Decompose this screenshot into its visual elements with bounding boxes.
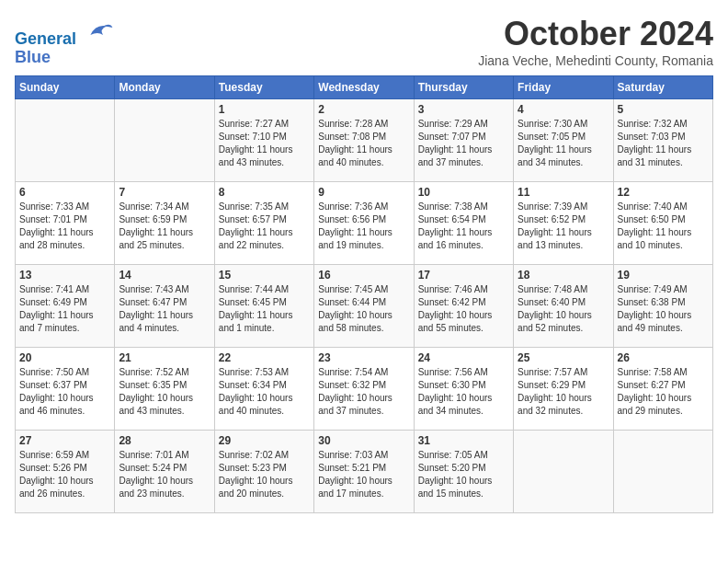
day-info: Sunrise: 7:02 AM Sunset: 5:23 PM Dayligh…: [219, 449, 310, 500]
day-info: Sunrise: 7:35 AM Sunset: 6:57 PM Dayligh…: [219, 201, 310, 252]
day-info: Sunrise: 7:46 AM Sunset: 6:42 PM Dayligh…: [418, 283, 509, 335]
day-info: Sunrise: 7:03 AM Sunset: 5:21 PM Dayligh…: [318, 449, 409, 500]
title-block: October 2024 Jiana Veche, Mehedinti Coun…: [478, 15, 713, 68]
calendar-cell: 30Sunrise: 7:03 AM Sunset: 5:21 PM Dayli…: [314, 431, 414, 513]
calendar-cell: [613, 431, 712, 513]
calendar-cell: 24Sunrise: 7:56 AM Sunset: 6:30 PM Dayli…: [414, 348, 513, 431]
day-info: Sunrise: 7:56 AM Sunset: 6:30 PM Dayligh…: [418, 366, 509, 418]
day-info: Sunrise: 7:57 AM Sunset: 6:29 PM Dayligh…: [518, 366, 609, 418]
calendar-cell: 10Sunrise: 7:38 AM Sunset: 6:54 PM Dayli…: [414, 182, 513, 265]
day-info: Sunrise: 7:58 AM Sunset: 6:27 PM Dayligh…: [618, 366, 709, 418]
calendar-cell: 11Sunrise: 7:39 AM Sunset: 6:52 PM Dayli…: [514, 182, 613, 265]
day-number: 8: [219, 186, 310, 199]
calendar-cell: 7Sunrise: 7:34 AM Sunset: 6:59 PM Daylig…: [115, 182, 214, 265]
calendar-cell: 12Sunrise: 7:40 AM Sunset: 6:50 PM Dayli…: [613, 182, 712, 265]
calendar-cell: [514, 431, 613, 513]
day-number: 7: [119, 186, 210, 199]
day-number: 12: [618, 186, 709, 199]
day-info: Sunrise: 7:38 AM Sunset: 6:54 PM Dayligh…: [418, 201, 509, 252]
day-info: Sunrise: 7:54 AM Sunset: 6:32 PM Dayligh…: [318, 366, 409, 418]
day-number: 17: [418, 269, 509, 282]
calendar-week-row: 20Sunrise: 7:50 AM Sunset: 6:37 PM Dayli…: [16, 348, 713, 431]
day-info: Sunrise: 7:34 AM Sunset: 6:59 PM Dayligh…: [119, 201, 210, 252]
day-number: 2: [318, 103, 409, 116]
logo-bird-icon: [85, 18, 114, 44]
calendar-cell: 29Sunrise: 7:02 AM Sunset: 5:23 PM Dayli…: [214, 431, 313, 513]
day-number: 1: [219, 103, 310, 116]
day-number: 5: [618, 103, 709, 116]
calendar-cell: [16, 99, 115, 182]
calendar-cell: 17Sunrise: 7:46 AM Sunset: 6:42 PM Dayli…: [414, 265, 513, 348]
day-number: 16: [318, 269, 409, 282]
calendar-cell: 19Sunrise: 7:49 AM Sunset: 6:38 PM Dayli…: [613, 265, 712, 348]
day-number: 13: [19, 269, 110, 282]
calendar-cell: 14Sunrise: 7:43 AM Sunset: 6:47 PM Dayli…: [115, 265, 214, 348]
calendar-header-monday: Monday: [115, 76, 214, 99]
day-info: Sunrise: 7:45 AM Sunset: 6:44 PM Dayligh…: [318, 283, 409, 335]
calendar-cell: 6Sunrise: 7:33 AM Sunset: 7:01 PM Daylig…: [16, 182, 115, 265]
calendar-cell: [115, 99, 214, 182]
calendar-cell: 27Sunrise: 6:59 AM Sunset: 5:26 PM Dayli…: [16, 431, 115, 513]
location-text: Jiana Veche, Mehedinti County, Romania: [478, 53, 713, 68]
calendar-header-friday: Friday: [514, 76, 613, 99]
day-info: Sunrise: 7:39 AM Sunset: 6:52 PM Dayligh…: [518, 201, 609, 252]
day-info: Sunrise: 7:01 AM Sunset: 5:24 PM Dayligh…: [119, 449, 210, 500]
calendar-week-row: 1Sunrise: 7:27 AM Sunset: 7:10 PM Daylig…: [16, 99, 713, 182]
calendar-header-saturday: Saturday: [613, 76, 712, 99]
day-number: 31: [418, 434, 509, 447]
day-info: Sunrise: 7:32 AM Sunset: 7:03 PM Dayligh…: [618, 118, 709, 169]
day-number: 29: [219, 434, 310, 447]
day-number: 4: [518, 103, 609, 116]
day-info: Sunrise: 7:49 AM Sunset: 6:38 PM Dayligh…: [618, 283, 709, 335]
calendar-cell: 4Sunrise: 7:30 AM Sunset: 7:05 PM Daylig…: [514, 99, 613, 182]
calendar-cell: 21Sunrise: 7:52 AM Sunset: 6:35 PM Dayli…: [115, 348, 214, 431]
calendar-header-thursday: Thursday: [414, 76, 513, 99]
day-info: Sunrise: 6:59 AM Sunset: 5:26 PM Dayligh…: [19, 449, 110, 500]
calendar-header-wednesday: Wednesday: [314, 76, 414, 99]
day-number: 23: [318, 351, 409, 364]
day-info: Sunrise: 7:30 AM Sunset: 7:05 PM Dayligh…: [518, 118, 609, 169]
page-header: General Blue October 2024 Jiana Veche, M…: [15, 15, 713, 68]
day-number: 6: [19, 186, 110, 199]
day-number: 20: [19, 351, 110, 364]
day-info: Sunrise: 7:05 AM Sunset: 5:20 PM Dayligh…: [418, 449, 509, 500]
day-number: 19: [618, 269, 709, 282]
calendar-cell: 15Sunrise: 7:44 AM Sunset: 6:45 PM Dayli…: [214, 265, 313, 348]
day-number: 9: [318, 186, 409, 199]
calendar-cell: 31Sunrise: 7:05 AM Sunset: 5:20 PM Dayli…: [414, 431, 513, 513]
calendar-cell: 3Sunrise: 7:29 AM Sunset: 7:07 PM Daylig…: [414, 99, 513, 182]
day-info: Sunrise: 7:29 AM Sunset: 7:07 PM Dayligh…: [418, 118, 509, 169]
logo: General Blue: [15, 18, 114, 67]
calendar-cell: 20Sunrise: 7:50 AM Sunset: 6:37 PM Dayli…: [16, 348, 115, 431]
day-info: Sunrise: 7:43 AM Sunset: 6:47 PM Dayligh…: [119, 283, 210, 335]
day-info: Sunrise: 7:48 AM Sunset: 6:40 PM Dayligh…: [518, 283, 609, 335]
day-number: 25: [518, 351, 609, 364]
calendar-table: SundayMondayTuesdayWednesdayThursdayFrid…: [15, 75, 713, 513]
day-info: Sunrise: 7:41 AM Sunset: 6:49 PM Dayligh…: [19, 283, 110, 335]
day-number: 26: [618, 351, 709, 364]
day-info: Sunrise: 7:52 AM Sunset: 6:35 PM Dayligh…: [119, 366, 210, 418]
day-number: 24: [418, 351, 509, 364]
day-number: 21: [119, 351, 210, 364]
day-number: 18: [518, 269, 609, 282]
calendar-week-row: 13Sunrise: 7:41 AM Sunset: 6:49 PM Dayli…: [16, 265, 713, 348]
calendar-cell: 18Sunrise: 7:48 AM Sunset: 6:40 PM Dayli…: [514, 265, 613, 348]
calendar-header-tuesday: Tuesday: [214, 76, 313, 99]
calendar-cell: 1Sunrise: 7:27 AM Sunset: 7:10 PM Daylig…: [214, 99, 313, 182]
calendar-cell: 8Sunrise: 7:35 AM Sunset: 6:57 PM Daylig…: [214, 182, 313, 265]
day-info: Sunrise: 7:53 AM Sunset: 6:34 PM Dayligh…: [219, 366, 310, 418]
day-number: 30: [318, 434, 409, 447]
day-number: 14: [119, 269, 210, 282]
calendar-cell: 26Sunrise: 7:58 AM Sunset: 6:27 PM Dayli…: [613, 348, 712, 431]
day-number: 11: [518, 186, 609, 199]
day-number: 10: [418, 186, 509, 199]
calendar-header-sunday: Sunday: [16, 76, 115, 99]
calendar-header-row: SundayMondayTuesdayWednesdayThursdayFrid…: [16, 76, 713, 99]
logo-text: General: [15, 18, 114, 49]
calendar-cell: 23Sunrise: 7:54 AM Sunset: 6:32 PM Dayli…: [314, 348, 414, 431]
day-info: Sunrise: 7:40 AM Sunset: 6:50 PM Dayligh…: [618, 201, 709, 252]
calendar-cell: 16Sunrise: 7:45 AM Sunset: 6:44 PM Dayli…: [314, 265, 414, 348]
logo-blue-text: Blue: [15, 49, 114, 67]
calendar-cell: 13Sunrise: 7:41 AM Sunset: 6:49 PM Dayli…: [16, 265, 115, 348]
month-title: October 2024: [478, 15, 713, 53]
